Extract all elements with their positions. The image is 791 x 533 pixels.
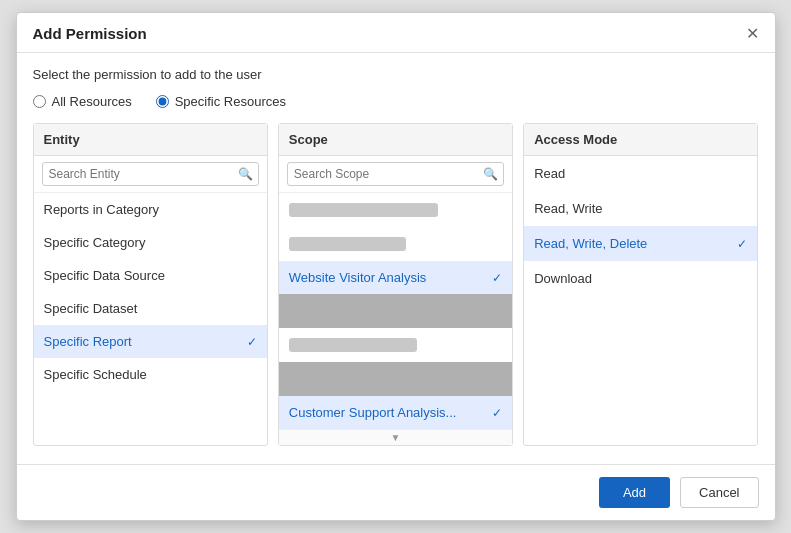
cancel-button[interactable]: Cancel bbox=[680, 477, 758, 508]
add-permission-dialog: Add Permission ✕ Select the permission t… bbox=[16, 12, 776, 521]
specific-resources-label: Specific Resources bbox=[175, 94, 286, 109]
check-icon: ✓ bbox=[247, 335, 257, 349]
entity-search-box: 🔍 bbox=[34, 156, 267, 193]
check-icon: ✓ bbox=[737, 237, 747, 251]
columns-container: Entity 🔍 Reports in Category Specific Ca… bbox=[33, 123, 759, 446]
entity-list: Reports in Category Specific Category Sp… bbox=[34, 193, 267, 445]
access-item-download[interactable]: Download bbox=[524, 261, 757, 296]
scope-blurred-item-3[interactable] bbox=[279, 294, 512, 328]
access-mode-list: Read Read, Write Read, Write, Delete ✓ D… bbox=[524, 156, 757, 445]
access-mode-header: Access Mode bbox=[524, 124, 757, 156]
check-icon: ✓ bbox=[492, 406, 502, 420]
scroll-down-arrow[interactable]: ▼ bbox=[279, 429, 512, 445]
dialog-body: Select the permission to add to the user… bbox=[17, 53, 775, 460]
scope-blurred-item-1 bbox=[279, 193, 512, 227]
access-item-read-write-delete[interactable]: Read, Write, Delete ✓ bbox=[524, 226, 757, 261]
entity-search-input[interactable] bbox=[42, 162, 259, 186]
all-resources-label: All Resources bbox=[52, 94, 132, 109]
scope-header: Scope bbox=[279, 124, 512, 156]
access-item-read-write[interactable]: Read, Write bbox=[524, 191, 757, 226]
add-button[interactable]: Add bbox=[599, 477, 670, 508]
entity-header: Entity bbox=[34, 124, 267, 156]
access-mode-column: Access Mode Read Read, Write Read, Write… bbox=[523, 123, 758, 446]
scope-search-input[interactable] bbox=[287, 162, 504, 186]
list-item[interactable]: Specific Category bbox=[34, 226, 267, 259]
dialog-footer: Add Cancel bbox=[17, 464, 775, 520]
all-resources-radio[interactable] bbox=[33, 95, 46, 108]
scope-column: Scope 🔍 Website Visitor Analysis bbox=[278, 123, 513, 446]
check-icon: ✓ bbox=[492, 271, 502, 285]
entity-column: Entity 🔍 Reports in Category Specific Ca… bbox=[33, 123, 268, 446]
list-item[interactable]: Reports in Category bbox=[34, 193, 267, 226]
scope-item-website[interactable]: Website Visitor Analysis ✓ bbox=[279, 261, 512, 294]
list-item-selected[interactable]: Specific Report ✓ bbox=[34, 325, 267, 358]
all-resources-option[interactable]: All Resources bbox=[33, 94, 132, 109]
scope-list: Website Visitor Analysis ✓ Customer Supp… bbox=[279, 193, 512, 429]
dialog-title: Add Permission bbox=[33, 25, 147, 42]
specific-resources-option[interactable]: Specific Resources bbox=[156, 94, 286, 109]
scope-search-box: 🔍 bbox=[279, 156, 512, 193]
scope-blurred-item-4 bbox=[279, 328, 512, 362]
entity-search-icon: 🔍 bbox=[238, 167, 253, 181]
scope-blurred-item-5[interactable] bbox=[279, 362, 512, 396]
specific-resources-radio[interactable] bbox=[156, 95, 169, 108]
resource-type-row: All Resources Specific Resources bbox=[33, 94, 759, 109]
close-button[interactable]: ✕ bbox=[746, 26, 759, 42]
scope-search-icon: 🔍 bbox=[483, 167, 498, 181]
list-item[interactable]: Specific Dataset bbox=[34, 292, 267, 325]
access-item-read[interactable]: Read bbox=[524, 156, 757, 191]
list-item[interactable]: Specific Data Source bbox=[34, 259, 267, 292]
dialog-subtitle: Select the permission to add to the user bbox=[33, 67, 759, 82]
scope-blurred-item-2 bbox=[279, 227, 512, 261]
scope-item-customer[interactable]: Customer Support Analysis... ✓ bbox=[279, 396, 512, 429]
list-item[interactable]: Specific Schedule bbox=[34, 358, 267, 391]
dialog-header: Add Permission ✕ bbox=[17, 13, 775, 53]
